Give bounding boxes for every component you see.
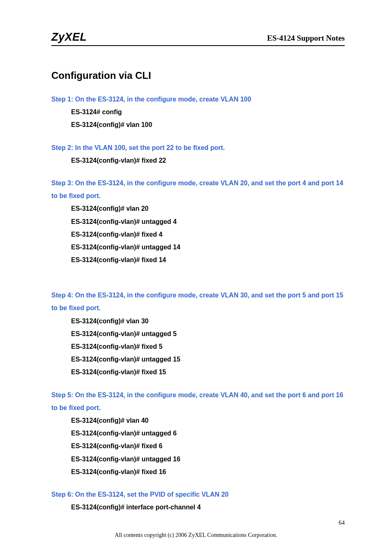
page-number: 64 (339, 519, 345, 526)
step-block: Step 4: On the ES-3124, in the configure… (51, 289, 345, 378)
step-block: Step 6: On the ES-3124, set the PVID of … (51, 488, 345, 514)
step-label: Step 6: On the ES-3124, set the PVID of … (51, 488, 345, 501)
cli-command: ES-3124(config-vlan)# fixed 15 (51, 366, 345, 378)
page-header: ZyXEL ES-4124 Support Notes (51, 31, 345, 46)
step-label: Step 2: In the VLAN 100, set the port 22… (51, 141, 345, 154)
footer-copyright: All contents copyright (c) 2006 ZyXEL Co… (0, 532, 392, 539)
cli-command: ES-3124(config-vlan)# untagged 15 (51, 353, 345, 366)
cli-command: ES-3124(config-vlan)# fixed 22 (51, 154, 345, 167)
cli-command: ES-3124(config-vlan)# untagged 4 (51, 215, 345, 228)
step-block: Step 1: On the ES-3124, in the configure… (51, 93, 345, 131)
cli-command: ES-3124(config-vlan)# untagged 14 (51, 241, 345, 253)
cli-command: ES-3124# config (51, 106, 345, 118)
cli-command: ES-3124(config-vlan)# fixed 16 (51, 465, 345, 478)
step-label: Step 3: On the ES-3124, in the configure… (51, 177, 345, 202)
step-label: Step 4: On the ES-3124, in the configure… (51, 289, 345, 314)
document-title: ES-4124 Support Notes (267, 34, 345, 43)
cli-command: ES-3124(config)# interface port-channel … (51, 501, 345, 514)
cli-command: ES-3124(config)# vlan 20 (51, 202, 345, 215)
step-block: Step 2: In the VLAN 100, set the port 22… (51, 141, 345, 167)
step-block: Step 5: On the ES-3124, in the configure… (51, 389, 345, 478)
step-label: Step 5: On the ES-3124, in the configure… (51, 389, 345, 414)
cli-command: ES-3124(config)# vlan 100 (51, 118, 345, 131)
cli-command: ES-3124(config-vlan)# untagged 6 (51, 427, 345, 440)
cli-command: ES-3124(config-vlan)# untagged 16 (51, 453, 345, 465)
cli-command: ES-3124(config-vlan)# fixed 5 (51, 340, 345, 353)
steps-container: Step 1: On the ES-3124, in the configure… (51, 93, 345, 514)
cli-command: ES-3124(config)# vlan 30 (51, 315, 345, 327)
cli-command: ES-3124(config-vlan)# untagged 5 (51, 327, 345, 340)
cli-command: ES-3124(config-vlan)# fixed 6 (51, 440, 345, 452)
cli-command: ES-3124(config)# vlan 40 (51, 414, 345, 427)
section-heading: Configuration via CLI (51, 70, 345, 81)
brand-logo-text: ZyXEL (51, 31, 87, 44)
step-block: Step 3: On the ES-3124, in the configure… (51, 177, 345, 266)
cli-command: ES-3124(config-vlan)# fixed 14 (51, 253, 345, 266)
cli-command: ES-3124(config-vlan)# fixed 4 (51, 228, 345, 241)
step-label: Step 1: On the ES-3124, in the configure… (51, 93, 345, 106)
